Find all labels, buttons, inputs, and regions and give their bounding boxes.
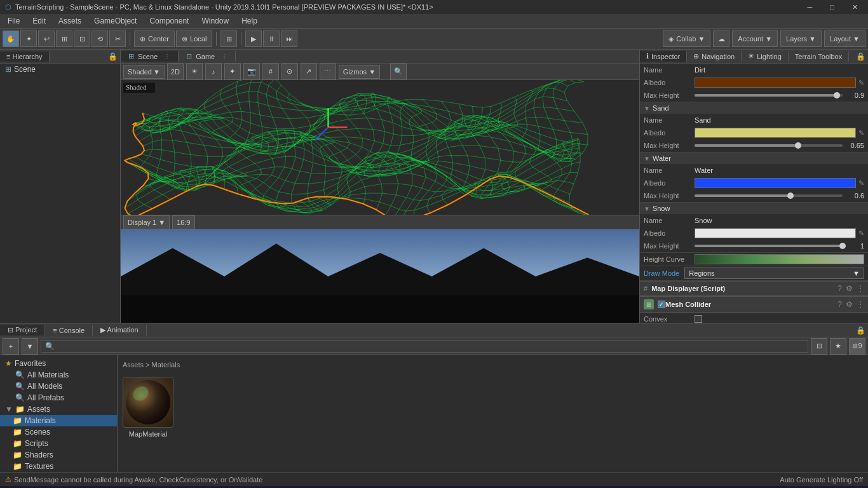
close-button[interactable]: ✕ xyxy=(847,3,863,11)
tab-terrain-toolbox[interactable]: Terrain Toolbox xyxy=(789,51,849,62)
project-star-btn[interactable]: ★ xyxy=(830,338,846,355)
tool-scale[interactable]: ⊞ xyxy=(56,30,72,47)
create-btn[interactable]: ▼ xyxy=(22,338,38,355)
scene-lock-btn[interactable]: ⊙ xyxy=(281,64,298,80)
water-color-swatch[interactable] xyxy=(695,178,856,188)
gizmos-dropdown[interactable]: Gizmos ▼ xyxy=(339,65,380,79)
search-input[interactable] xyxy=(57,342,804,350)
draw-mode-link[interactable]: Draw Mode xyxy=(644,269,679,277)
display-dropdown[interactable]: Display 1 ▼ xyxy=(123,215,170,229)
menu-file[interactable]: File xyxy=(3,15,25,27)
scene-audio-btn[interactable]: ♪ xyxy=(205,64,222,80)
scene-effects-btn[interactable]: ✦ xyxy=(224,64,241,80)
layout-button[interactable]: Layout ▼ xyxy=(824,30,865,47)
scene-camera-btn[interactable]: 📷 xyxy=(243,64,260,80)
play-button[interactable]: ▶ xyxy=(245,30,262,47)
mesh-collider-menu-btn[interactable]: ⋮ xyxy=(857,300,864,309)
tree-scenes[interactable]: 📁 Scenes xyxy=(0,426,117,438)
search-box[interactable]: 🔍 xyxy=(41,340,808,353)
tab-project[interactable]: ⊟ Project xyxy=(0,325,45,336)
2d-button[interactable]: 2D xyxy=(167,64,184,80)
snow-color-picker-icon[interactable]: ✎ xyxy=(858,229,864,238)
menu-component[interactable]: Component xyxy=(144,15,194,27)
scene-rotate-btn[interactable]: ↗ xyxy=(301,64,317,80)
tool-transform[interactable]: ⟲ xyxy=(92,30,108,47)
pause-button[interactable]: ⏸ xyxy=(263,30,280,47)
draw-mode-dropdown[interactable]: Regions ▼ xyxy=(684,268,864,279)
tool-custom[interactable]: ✂ xyxy=(109,30,126,47)
water-slider-thumb[interactable] xyxy=(787,193,794,199)
project-count-btn[interactable]: ⊕9 xyxy=(849,338,865,355)
water-header[interactable]: ▼ Water xyxy=(640,152,868,164)
scene-grid-btn[interactable]: # xyxy=(262,64,279,80)
snow-header[interactable]: ▼ Snow xyxy=(640,203,868,214)
tool-hand[interactable]: ✋ xyxy=(3,30,19,47)
mesh-collider-settings-btn[interactable]: ⚙ xyxy=(846,300,853,309)
dirt-slider-thumb[interactable] xyxy=(834,92,840,98)
layers-button[interactable]: Layers ▼ xyxy=(780,30,822,47)
height-curve-display[interactable] xyxy=(695,254,864,264)
account-button[interactable]: Account ▼ xyxy=(732,30,778,47)
sand-maxheight-slider[interactable]: 0.65 xyxy=(695,142,864,149)
tree-all-prefabs[interactable]: 🔍 All Prefabs xyxy=(0,392,117,403)
minimize-button[interactable]: ─ xyxy=(803,3,818,11)
some-tool-1[interactable]: ⊞ xyxy=(220,30,237,47)
bottom-lock-icon[interactable]: 🔒 xyxy=(856,326,865,335)
step-button[interactable]: ⏭ xyxy=(281,30,297,47)
tree-all-materials[interactable]: 🔍 All Materials xyxy=(0,369,117,381)
tab-inspector[interactable]: ℹ Inspector xyxy=(640,51,687,62)
snow-maxheight-slider[interactable]: 1 xyxy=(695,242,864,250)
collab-button[interactable]: ◈ Collab ▼ xyxy=(663,30,710,47)
tree-shaders[interactable]: 📁 Shaders xyxy=(0,449,117,461)
hierarchy-scene-tab[interactable]: ⊞ Scene xyxy=(0,64,120,75)
shaded-dropdown[interactable]: Shaded ▼ xyxy=(123,65,165,79)
tab-navigation[interactable]: ⊕ Navigation xyxy=(687,51,742,62)
height-curve-value[interactable] xyxy=(695,254,864,264)
menu-window[interactable]: Window xyxy=(196,15,234,27)
sand-color-swatch[interactable] xyxy=(695,128,856,138)
dirt-color-picker-icon[interactable]: ✎ xyxy=(858,79,864,87)
tree-scripts[interactable]: 📁 Scripts xyxy=(0,438,117,449)
tree-all-models[interactable]: 🔍 All Models xyxy=(0,381,117,392)
convex-checkbox[interactable] xyxy=(695,315,702,323)
tree-favorites[interactable]: ★ Favorites xyxy=(0,358,117,369)
sand-slider-thumb[interactable] xyxy=(795,142,801,149)
menu-edit[interactable]: Edit xyxy=(27,15,51,27)
map-displayer-question-btn[interactable]: ? xyxy=(837,284,842,293)
map-displayer-settings-btn[interactable]: ⚙ xyxy=(846,284,853,293)
tab-animation[interactable]: ▶ Animation xyxy=(93,325,146,336)
game-preview[interactable]: Display 1 ▼ 16:9 xyxy=(121,215,639,323)
hierarchy-lock-icon[interactable]: 🔒 xyxy=(108,52,118,61)
dirt-maxheight-slider[interactable]: 0.9 xyxy=(695,92,864,99)
tab-lighting[interactable]: ☀ Lighting xyxy=(742,51,789,62)
menu-help[interactable]: Help xyxy=(236,15,262,27)
mesh-collider-enable-checkbox[interactable]: ✓ xyxy=(658,301,665,308)
center-button[interactable]: ⊕ Center xyxy=(134,30,175,47)
tree-textures[interactable]: 📁 Textures xyxy=(0,461,117,472)
dirt-color-swatch[interactable] xyxy=(695,78,856,88)
snow-color-swatch[interactable] xyxy=(695,228,856,238)
cloud-button[interactable]: ☁ xyxy=(713,30,729,47)
add-btn[interactable]: + xyxy=(3,338,19,355)
menu-gameobject[interactable]: GameObject xyxy=(89,15,142,27)
menu-assets[interactable]: Assets xyxy=(53,15,86,27)
tool-rotate[interactable]: ↩ xyxy=(38,30,55,47)
inspector-lock-icon[interactable]: 🔒 xyxy=(856,52,865,61)
scene-light-btn[interactable]: ☀ xyxy=(186,64,203,80)
tree-materials[interactable]: 📁 Materials xyxy=(0,415,117,426)
tab-console[interactable]: ≡ Console xyxy=(45,325,93,336)
tool-rect[interactable]: ⊡ xyxy=(74,30,90,47)
tool-move[interactable]: ✦ xyxy=(20,30,37,47)
sand-header[interactable]: ▼ Sand xyxy=(640,102,868,114)
local-button[interactable]: ⊗ Local xyxy=(176,30,212,47)
map-displayer-menu-btn[interactable]: ⋮ xyxy=(857,284,864,293)
tab-game[interactable]: ⊡ Game ⋮ xyxy=(179,51,236,62)
tab-hierarchy[interactable]: ≡ Hierarchy xyxy=(0,51,50,62)
scene-dotted-btn[interactable]: ⋯ xyxy=(320,64,336,80)
snow-slider-thumb[interactable] xyxy=(839,243,846,249)
aspect-dropdown[interactable]: 16:9 xyxy=(172,215,194,229)
water-maxheight-slider[interactable]: 0.6 xyxy=(695,192,864,200)
project-settings-btn[interactable]: ⊟ xyxy=(811,338,827,355)
tree-assets[interactable]: ▼ 📁 Assets xyxy=(0,403,117,415)
sand-color-picker-icon[interactable]: ✎ xyxy=(858,129,864,137)
